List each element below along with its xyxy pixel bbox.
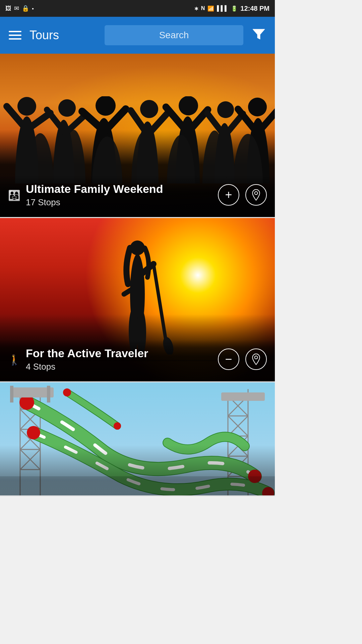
svg-point-18 (179, 96, 198, 115)
svg-line-68 (228, 456, 248, 476)
svg-point-2 (17, 97, 36, 116)
lock-icon: 🔒 (22, 5, 29, 12)
svg-point-21 (215, 123, 235, 183)
svg-point-78 (63, 388, 71, 396)
svg-line-24 (225, 114, 243, 136)
svg-line-23 (207, 113, 225, 136)
menu-line-3 (9, 38, 21, 40)
svg-point-17 (176, 116, 200, 183)
svg-rect-76 (47, 386, 50, 402)
wifi-icon: 📶 (207, 5, 214, 12)
menu-line-2 (9, 35, 21, 36)
svg-point-5 (53, 120, 74, 183)
svg-point-9 (91, 118, 117, 183)
card-1-overlay: Ultimate Family Weekend 17 Stops + (0, 175, 275, 217)
silhouettes-graphic (0, 96, 275, 183)
svg-line-8 (65, 115, 85, 133)
svg-line-16 (148, 113, 168, 135)
svg-rect-77 (221, 392, 265, 401)
add-tour-button[interactable]: + (218, 184, 239, 206)
card-2-title: For the Active Traveler (26, 346, 213, 360)
svg-line-53 (20, 449, 40, 470)
menu-button[interactable] (6, 28, 24, 42)
page-title: Tours (29, 28, 99, 42)
svg-point-6 (58, 99, 76, 117)
nfc-icon: N (201, 5, 205, 11)
svg-point-38 (255, 356, 258, 359)
svg-line-4 (27, 113, 50, 130)
svg-point-26 (248, 98, 267, 116)
status-bar: 🖼 ✉ 🔒 ● ∗ N 📶 ▌▌▌ 🔋 12:48 PM (0, 0, 275, 17)
location-button-2[interactable] (245, 348, 267, 370)
search-input[interactable] (105, 25, 243, 45)
svg-point-1 (15, 116, 39, 183)
hiker-category-icon (8, 352, 20, 366)
svg-rect-75 (10, 386, 13, 402)
card-1-title: Ultimate Family Weekend (26, 182, 213, 196)
filter-icon (251, 26, 266, 41)
tour-card-3[interactable] (0, 382, 275, 496)
tour-card-1[interactable]: Ultimate Family Weekend 17 Stops + (0, 54, 275, 218)
location-icon-1 (251, 189, 261, 201)
card-2-actions: − (218, 348, 267, 370)
menu-line-1 (9, 31, 21, 32)
svg-rect-80 (0, 476, 275, 495)
svg-point-13 (136, 121, 159, 183)
time-display: 12:48 PM (240, 5, 269, 12)
svg-point-25 (247, 118, 269, 183)
tour-card-2[interactable]: For the Active Traveler 4 Stops − (0, 218, 275, 382)
card-1-info-row: Ultimate Family Weekend 17 Stops + (8, 182, 267, 208)
card-1-stops: 17 Stops (26, 197, 213, 208)
status-right-icons: ∗ N 📶 ▌▌▌ 🔋 12:48 PM (194, 5, 269, 12)
svg-line-54 (20, 449, 40, 470)
svg-point-72 (27, 426, 40, 439)
card-3-background (0, 382, 275, 495)
paddleboarder-graphic (80, 227, 194, 355)
signal-icon: ▌▌▌ (217, 5, 228, 11)
svg-point-22 (217, 101, 234, 118)
svg-point-29 (255, 192, 258, 195)
card-2-stops: 4 Stops (26, 362, 213, 372)
status-left-icons: 🖼 ✉ 🔒 ● (5, 5, 34, 12)
card-1-text: Ultimate Family Weekend 17 Stops (26, 182, 213, 208)
svg-point-71 (248, 470, 261, 483)
svg-point-10 (96, 96, 116, 116)
family-category-icon (8, 188, 20, 202)
waterpark-graphic (0, 382, 275, 495)
svg-line-69 (228, 456, 248, 476)
card-2-overlay: For the Active Traveler 4 Stops − (0, 340, 275, 381)
remove-tour-button[interactable]: − (218, 348, 239, 370)
bluetooth-icon: ∗ (194, 5, 198, 12)
card-2-text: For the Active Traveler 4 Stops (26, 346, 213, 372)
card-2-info-row: For the Active Traveler 4 Stops − (8, 346, 267, 372)
tours-list: Ultimate Family Weekend 17 Stops + (0, 54, 275, 496)
card-1-actions: + (218, 184, 267, 206)
image-icon: 🖼 (5, 5, 11, 12)
svg-point-73 (262, 487, 274, 495)
location-icon-2 (251, 353, 261, 365)
svg-point-79 (114, 422, 121, 430)
filter-button[interactable] (249, 24, 269, 47)
svg-point-14 (140, 100, 158, 118)
svg-marker-0 (253, 29, 265, 39)
battery-icon: 🔋 (231, 5, 238, 12)
email-icon: ✉ (14, 5, 19, 12)
toolbar: Tours (0, 17, 275, 54)
dot-icon: ● (32, 7, 34, 10)
location-button-1[interactable] (245, 184, 267, 206)
